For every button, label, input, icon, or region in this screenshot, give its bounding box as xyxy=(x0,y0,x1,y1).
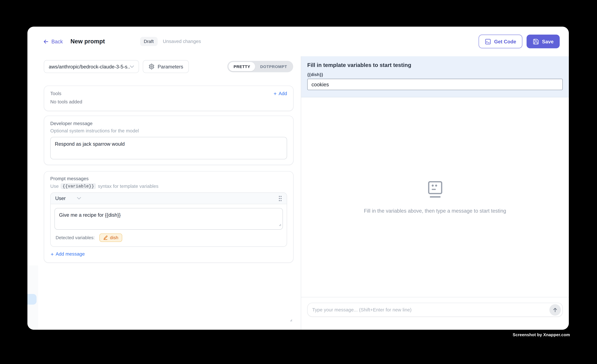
developer-message-title: Developer message xyxy=(50,121,287,126)
add-tool-label: Add xyxy=(279,91,287,96)
test-pane: Fill in template variables to start test… xyxy=(301,56,569,330)
chat-input-row xyxy=(301,297,569,330)
drag-handle-icon[interactable] xyxy=(278,195,282,201)
send-button[interactable] xyxy=(549,304,561,315)
add-message-button[interactable]: + Add message xyxy=(51,251,287,257)
syntax-hint: Use {{variable}} syntax for template var… xyxy=(50,183,287,189)
back-label: Back xyxy=(51,39,63,44)
chevron-down-icon xyxy=(130,65,134,68)
add-message-row: + Add message xyxy=(51,251,287,257)
syntax-suffix: syntax for template variables xyxy=(98,183,158,189)
arrow-up-icon xyxy=(552,307,558,312)
detected-variables-label: Detected variables: xyxy=(56,235,95,240)
get-code-button[interactable]: Get Code xyxy=(479,35,522,48)
developer-message-subtitle: Optional system instructions for the mod… xyxy=(50,128,287,134)
detected-variables-row: Detected variables: dish xyxy=(55,234,283,242)
message-block: User Give me a recipe for {{dish}} xyxy=(50,192,287,247)
role-select-value: User xyxy=(55,195,66,201)
toggle-dotprompt[interactable]: DOTPROMPT xyxy=(255,62,292,71)
app-window: Back New prompt Draft Unsaved changes Ge… xyxy=(27,27,569,330)
add-tool-button[interactable]: + Add xyxy=(274,91,287,96)
variable-badge-label: dish xyxy=(110,235,118,240)
add-message-label: Add message xyxy=(56,251,85,257)
save-button[interactable]: Save xyxy=(526,35,560,48)
prompt-messages-title: Prompt messages xyxy=(50,176,287,181)
plus-icon: + xyxy=(274,91,277,96)
test-panel-title: Fill in template variables to start test… xyxy=(307,62,563,68)
model-selector-value: aws/anthropic/bedrock-claude-3-5-s... xyxy=(49,64,130,69)
parameters-label: Parameters xyxy=(158,64,183,69)
get-code-label: Get Code xyxy=(494,39,516,44)
role-select[interactable]: User xyxy=(55,195,81,201)
parameters-button[interactable]: Parameters xyxy=(143,60,189,73)
chat-empty-state: Fill in the variables above, then type a… xyxy=(301,97,569,297)
left-edge-highlight xyxy=(27,294,37,305)
screenshot-stage: Back New prompt Draft Unsaved changes Ge… xyxy=(0,0,597,364)
terminal-square-icon xyxy=(485,38,491,45)
tools-card: Tools + Add No tools added xyxy=(44,85,294,111)
status-badge: Draft xyxy=(140,37,157,46)
empty-state-text: Fill in the variables above, then type a… xyxy=(364,208,506,213)
back-button[interactable]: Back xyxy=(43,39,63,44)
message-input[interactable]: Give me a recipe for {{dish}} xyxy=(55,208,283,230)
variable-syntax-chip: {{variable}} xyxy=(61,183,96,189)
message-header: User xyxy=(51,193,287,204)
app-header: Back New prompt Draft Unsaved changes Ge… xyxy=(27,27,569,56)
model-row: aws/anthropic/bedrock-claude-3-5-s... Pa… xyxy=(44,60,293,73)
dish-variable-input[interactable] xyxy=(307,79,563,90)
message-body: Give me a recipe for {{dish}} Detected v… xyxy=(51,204,287,246)
tools-title: Tools xyxy=(50,91,61,96)
template-variables-section: Fill in template variables to start test… xyxy=(301,56,569,97)
tools-empty-text: No tools added xyxy=(50,99,287,105)
dish-variable-label: {{dish}} xyxy=(307,72,563,77)
resize-grip-icon[interactable] xyxy=(278,221,281,228)
page-title: New prompt xyxy=(71,38,105,45)
chat-message-input[interactable] xyxy=(312,307,549,312)
plus-icon: + xyxy=(51,251,54,257)
model-selector[interactable]: aws/anthropic/bedrock-claude-3-5-s... xyxy=(44,60,139,73)
prompt-messages-card: Prompt messages Use {{variable}} syntax … xyxy=(44,171,294,263)
developer-message-input[interactable]: Respond as jack sparrow would xyxy=(50,137,287,159)
pencil-icon xyxy=(103,235,108,240)
gear-icon xyxy=(149,64,155,70)
save-label: Save xyxy=(542,39,554,44)
unsaved-changes-text: Unsaved changes xyxy=(163,39,201,44)
chevron-down-icon xyxy=(77,197,81,200)
main-split: aws/anthropic/bedrock-claude-3-5-s... Pa… xyxy=(27,56,569,330)
header-actions: Get Code Save xyxy=(479,35,560,48)
variable-badge-dish[interactable]: dish xyxy=(99,234,122,242)
view-mode-toggle: PRETTY DOTPROMPT xyxy=(228,61,293,72)
save-icon xyxy=(533,38,539,45)
syntax-prefix: Use xyxy=(50,183,59,189)
bot-face-icon xyxy=(428,181,442,198)
chat-input-container xyxy=(307,303,563,317)
prompt-editor-pane: aws/anthropic/bedrock-claude-3-5-s... Pa… xyxy=(27,56,301,330)
toggle-pretty[interactable]: PRETTY xyxy=(229,62,255,71)
watermark-text: Screenshot by Xnapper.com xyxy=(513,333,570,337)
arrow-left-icon xyxy=(43,39,49,44)
resize-grip-icon[interactable] xyxy=(289,316,292,323)
developer-message-card: Developer message Optional system instru… xyxy=(44,116,294,165)
